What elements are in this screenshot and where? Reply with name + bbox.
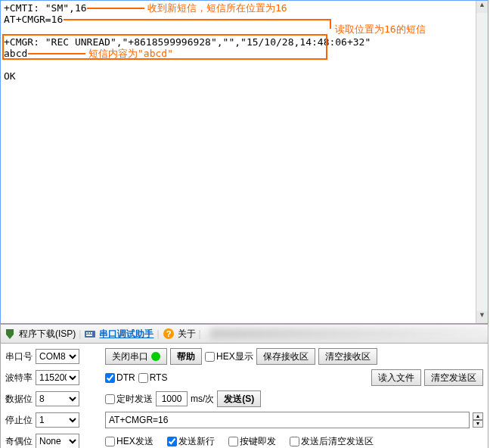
checkbox-label: 发送新行 (178, 435, 215, 448)
send-input[interactable] (105, 412, 470, 428)
hex-send-checkbox[interactable]: HEX发送 (105, 435, 154, 448)
checkbox-label: 定时发送 (116, 393, 153, 406)
console-line: abcd (4, 48, 27, 59)
databits-label: 数据位 (5, 393, 33, 406)
console-line: AT+CMGR=16 (4, 14, 63, 25)
tab-isp[interactable]: 程序下载(ISP) (19, 328, 76, 341)
annotation-line (87, 8, 144, 9)
timed-send-checkbox[interactable]: 定时发送 (105, 393, 153, 406)
rts-checkbox[interactable]: RTS (138, 372, 168, 383)
baud-select[interactable]: 115200 (36, 370, 79, 385)
help-icon: ? (163, 328, 175, 340)
stopbits-select[interactable]: 1 (36, 412, 79, 428)
hex-display-checkbox[interactable]: HEX显示 (205, 350, 253, 363)
scroll-down[interactable]: ▼ (476, 311, 488, 323)
svg-rect-4 (88, 332, 90, 334)
console-output: +CMTI: "SM",16 AT+CMGR=16 +CMGR: "REC UN… (1, 1, 474, 323)
scroll-up[interactable]: ▲ (476, 1, 488, 13)
checkbox-label: RTS (150, 372, 168, 383)
svg-marker-1 (6, 334, 14, 339)
send-button[interactable]: 发送(S) (217, 390, 261, 407)
console-line: OK (4, 70, 16, 82)
svg-rect-5 (91, 332, 92, 334)
spin-down-icon[interactable]: ▼ (473, 420, 483, 428)
read-file-button[interactable]: 读入文件 (371, 369, 421, 386)
svg-rect-2 (85, 331, 95, 338)
databits-select[interactable]: 8 (36, 391, 79, 406)
parity-select[interactable]: None (36, 434, 79, 448)
save-rx-button[interactable]: 保存接收区 (256, 348, 315, 365)
port-settings-column: 串口号 COM8 波特率 115200 数据位 8 停止位 1 奇偶位 None (5, 348, 102, 448)
close-port-button[interactable]: 关闭串口 (105, 348, 167, 365)
key-immediate-checkbox[interactable]: 按键即发 (228, 435, 276, 448)
annotation-line (28, 53, 85, 54)
checkbox-label: DTR (116, 372, 135, 383)
checkbox-label: HEX发送 (116, 435, 154, 448)
clear-after-send-checkbox[interactable]: 发送后清空发送区 (290, 435, 374, 448)
interval-field[interactable] (156, 391, 188, 406)
clear-rx-button[interactable]: 清空接收区 (318, 348, 377, 365)
svg-rect-6 (86, 334, 92, 336)
help-button[interactable]: 帮助 (170, 348, 202, 365)
annotation-text: 短信内容为"abcd" (88, 48, 173, 59)
button-label: 关闭串口 (112, 350, 148, 363)
port-led-icon (151, 352, 160, 361)
baud-label: 波特率 (5, 372, 33, 384)
annotation-line (64, 19, 330, 20)
interval-unit-label: ms/次 (191, 393, 214, 406)
spin-up-icon[interactable]: ▲ (473, 412, 483, 420)
checkbox-label: 发送后清空发送区 (301, 435, 374, 448)
console-line: +CMTI: "SM",16 (4, 2, 87, 14)
svg-rect-3 (86, 332, 88, 334)
port-label: 串口号 (5, 350, 33, 363)
stopbits-label: 停止位 (5, 414, 33, 427)
toolbar: 程序下载(ISP) | 串口调试助手 | ? 关于 | (0, 324, 488, 344)
send-newline-checkbox[interactable]: 发送新行 (167, 435, 215, 448)
annotation-line (330, 19, 331, 29)
console-line: +CMGR: "REC UNREAD","+8618599996928","",… (4, 36, 371, 48)
send-spin[interactable]: ▲▼ (473, 412, 483, 428)
tab-about[interactable]: 关于 (178, 328, 196, 341)
checkbox-label: 按键即发 (240, 435, 276, 448)
annotation-text: 收到新短信，短信所在位置为16 (147, 2, 287, 14)
parity-label: 奇偶位 (5, 435, 33, 448)
tab-serial-debug[interactable]: 串口调试助手 (99, 328, 154, 341)
blurred-area (210, 328, 485, 339)
svg-rect-0 (6, 329, 14, 334)
clear-tx-button[interactable]: 清空发送区 (424, 369, 483, 386)
download-icon (4, 328, 16, 340)
output-panel: +CMTI: "SM",16 AT+CMGR=16 +CMGR: "REC UN… (0, 0, 488, 324)
checkbox-label: HEX显示 (216, 350, 253, 363)
svg-text:?: ? (166, 329, 171, 338)
keyboard-icon (84, 328, 96, 340)
config-panel: 串口号 COM8 波特率 115200 数据位 8 停止位 1 奇偶位 None… (0, 344, 488, 448)
dtr-checkbox[interactable]: DTR (105, 372, 135, 383)
vertical-scrollbar[interactable]: ▲ ▼ (476, 1, 488, 323)
annotation-text: 读取位置为16的短信 (335, 23, 426, 35)
actions-column: 关闭串口 帮助 HEX显示 保存接收区 清空接收区 DTR RTS 读入文件 清… (102, 348, 483, 448)
port-select[interactable]: COM8 (36, 349, 79, 364)
